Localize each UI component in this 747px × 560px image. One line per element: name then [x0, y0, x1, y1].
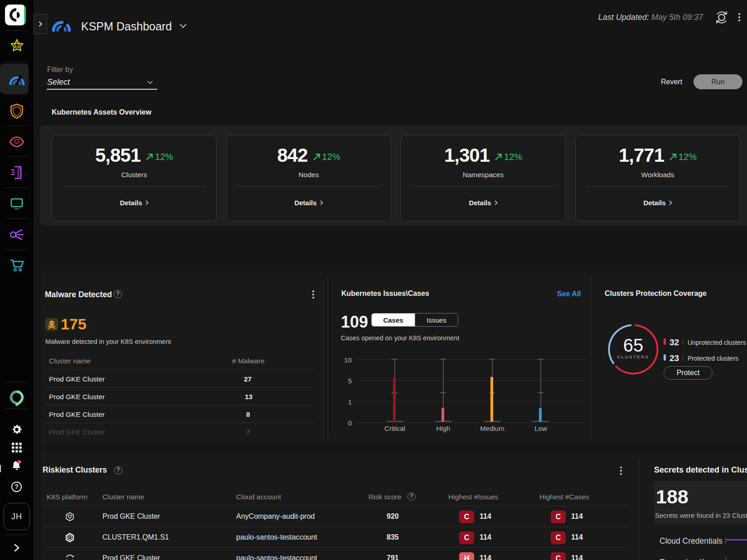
svg-text:K: K — [69, 536, 71, 539]
